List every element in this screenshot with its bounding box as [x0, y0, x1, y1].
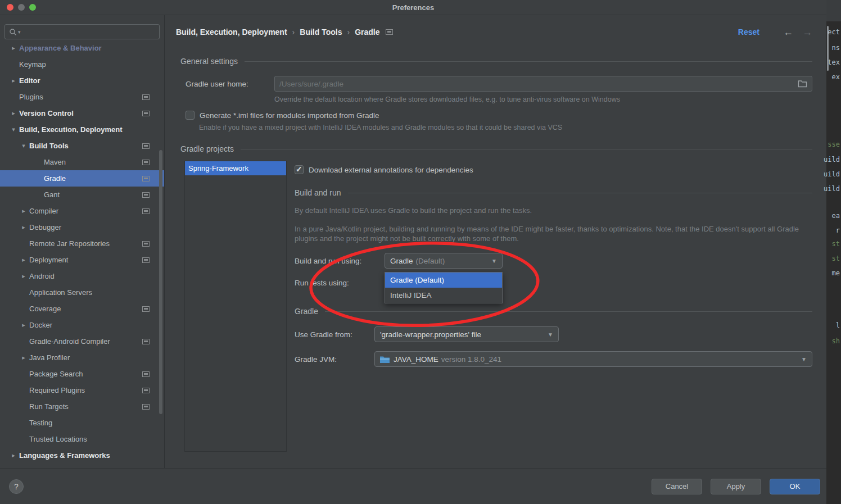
- breadcrumb-separator-icon: ›: [292, 28, 295, 37]
- sidebar-item-appearance-behavior[interactable]: ▸Appearance & Behavior: [0, 40, 164, 56]
- per-project-settings-icon: [142, 388, 150, 393]
- background-text-fragment: tex: [828, 58, 840, 66]
- gradle-projects-section-header: Gradle projects: [180, 144, 812, 154]
- forward-arrow-icon[interactable]: →: [802, 27, 812, 37]
- sidebar-item-label: Gradle: [44, 174, 66, 183]
- checkbox-box[interactable]: [295, 165, 304, 174]
- chevron-right-icon[interactable]: ▸: [19, 207, 28, 215]
- per-project-settings-icon: [142, 404, 150, 410]
- sidebar-item-debugger[interactable]: ▸Debugger: [0, 219, 164, 235]
- breadcrumb-item[interactable]: Build, Execution, Deployment: [176, 28, 287, 37]
- search-options-caret-icon[interactable]: ▾: [18, 29, 21, 35]
- chevron-right-icon[interactable]: ▸: [19, 224, 28, 231]
- chevron-down-icon[interactable]: ▼: [543, 332, 553, 338]
- sidebar-item-build-execution-deployment[interactable]: ▾Build, Execution, Deployment: [0, 121, 164, 138]
- chevron-right-icon[interactable]: ▸: [9, 452, 18, 459]
- generate-iml-checkbox[interactable]: Generate *.iml files for modules importe…: [186, 111, 812, 120]
- back-arrow-icon[interactable]: ←: [783, 27, 793, 37]
- sidebar-item-label: Gant: [44, 190, 60, 199]
- build-run-dropdown-popup: Gradle (Default)IntelliJ IDEA: [385, 272, 503, 303]
- build-and-run-section-header: Build and run: [295, 188, 812, 198]
- background-text-fragment: l: [836, 321, 840, 329]
- chevron-down-icon[interactable]: ▾: [19, 142, 28, 149]
- sidebar-item-build-tools[interactable]: ▾Build Tools: [0, 138, 164, 154]
- download-annotations-checkbox[interactable]: Download external annotations for depend…: [295, 165, 812, 174]
- combo-value-suffix: (Default): [416, 257, 445, 265]
- chevron-right-icon[interactable]: ▸: [19, 354, 28, 361]
- sidebar-item-label: Build, Execution, Deployment: [19, 125, 122, 134]
- chevron-right-icon[interactable]: ▸: [9, 44, 18, 52]
- zoom-window-button[interactable]: [29, 4, 36, 11]
- settings-search-field[interactable]: ▾: [4, 24, 160, 39]
- sidebar-item-deployment[interactable]: ▸Deployment: [0, 252, 164, 268]
- search-icon: [9, 28, 17, 36]
- browse-folder-icon[interactable]: [798, 80, 807, 88]
- sidebar-item-gradle[interactable]: Gradle: [0, 170, 164, 187]
- gradle-user-home-input[interactable]: /Users/sure/.gradle: [274, 76, 812, 92]
- sidebar-item-maven[interactable]: Maven: [0, 154, 164, 170]
- close-window-button[interactable]: [7, 4, 13, 11]
- breadcrumb-item[interactable]: Build Tools: [300, 28, 342, 37]
- sidebar-item-languages-frameworks[interactable]: ▸Languages & Frameworks: [0, 447, 164, 464]
- chevron-down-icon[interactable]: ▾: [9, 126, 18, 133]
- sidebar-item-label: Version Control: [19, 109, 74, 117]
- sidebar-item-testing[interactable]: Testing: [0, 415, 164, 431]
- chevron-right-icon[interactable]: ▸: [9, 77, 18, 84]
- help-button[interactable]: ?: [9, 479, 24, 494]
- sidebar-item-label: Appearance & Behavior: [19, 44, 102, 52]
- settings-content: Build, Execution, Deployment › Build Too…: [165, 15, 826, 468]
- sidebar-item-compiler[interactable]: ▸Compiler: [0, 203, 164, 219]
- cancel-button[interactable]: Cancel: [652, 479, 702, 494]
- sidebar-item-keymap[interactable]: Keymap: [0, 56, 164, 72]
- checkbox-box[interactable]: [186, 111, 195, 120]
- dropdown-option[interactable]: IntelliJ IDEA: [385, 288, 502, 303]
- chevron-right-icon[interactable]: ▸: [19, 273, 28, 280]
- sidebar-item-label: Trusted Locations: [29, 435, 87, 443]
- sidebar-item-plugins[interactable]: Plugins: [0, 89, 164, 105]
- sidebar-item-editor[interactable]: ▸Editor: [0, 72, 164, 89]
- per-project-settings-icon: [142, 143, 150, 149]
- sidebar-item-label: Run Targets: [29, 402, 69, 411]
- chevron-down-icon[interactable]: ▼: [797, 356, 807, 362]
- sidebar-item-application-servers[interactable]: Application Servers: [0, 284, 164, 301]
- chevron-right-icon[interactable]: ▸: [19, 321, 28, 329]
- build-run-using-select[interactable]: Gradle(Default) ▼ Gradle (Default)Intell…: [385, 253, 503, 269]
- sidebar-item-gant[interactable]: Gant: [0, 187, 164, 203]
- gradle-project-item[interactable]: Spring-Framework: [185, 161, 286, 175]
- sidebar-item-label: Gradle-Android Compiler: [29, 337, 110, 346]
- sidebar-scrollbar[interactable]: [159, 150, 162, 414]
- sidebar-item-gradle-android-compiler[interactable]: Gradle-Android Compiler: [0, 333, 164, 349]
- settings-sidebar: ▾ ▸Appearance & BehaviorKeymap▸EditorPlu…: [0, 15, 165, 468]
- per-project-settings-icon: [142, 241, 150, 247]
- background-text-fragment: st: [832, 255, 840, 262]
- sidebar-item-trusted-locations[interactable]: Trusted Locations: [0, 431, 164, 447]
- section-title: Gradle projects: [180, 144, 234, 153]
- download-annotations-label: Download external annotations for depend…: [309, 166, 473, 174]
- dropdown-option[interactable]: Gradle (Default): [385, 273, 502, 288]
- use-gradle-from-select[interactable]: 'gradle-wrapper.properties' file ▼: [374, 326, 559, 342]
- sidebar-item-coverage[interactable]: Coverage: [0, 301, 164, 317]
- sidebar-item-android[interactable]: ▸Android: [0, 268, 164, 284]
- minimize-window-button[interactable]: [18, 4, 25, 11]
- reset-link[interactable]: Reset: [738, 28, 759, 37]
- sidebar-item-run-targets[interactable]: Run Targets: [0, 398, 164, 415]
- chevron-right-icon[interactable]: ▸: [19, 256, 28, 264]
- sidebar-item-required-plugins[interactable]: Required Plugins: [0, 382, 164, 398]
- gradle-user-home-row: Gradle user home: /Users/sure/.gradle: [186, 76, 812, 92]
- apply-button[interactable]: Apply: [711, 479, 761, 494]
- run-tests-using-label: Run tests using:: [295, 279, 385, 287]
- sidebar-item-java-profiler[interactable]: ▸Java Profiler: [0, 349, 164, 366]
- sidebar-item-version-control[interactable]: ▸Version Control: [0, 105, 164, 121]
- chevron-down-icon[interactable]: ▼: [487, 258, 497, 264]
- sidebar-item-docker[interactable]: ▸Docker: [0, 317, 164, 333]
- sidebar-item-package-search[interactable]: Package Search: [0, 366, 164, 382]
- section-title: Gradle: [295, 307, 318, 316]
- sidebar-item-label: Docker: [29, 321, 52, 329]
- section-rule: [348, 193, 812, 193]
- per-project-settings-icon: [142, 371, 150, 377]
- gradle-jvm-select[interactable]: JAVA_HOMEversion 1.8.0_241 ▼: [374, 351, 812, 367]
- sidebar-item-remote-jar-repositories[interactable]: Remote Jar Repositories: [0, 235, 164, 252]
- chevron-right-icon[interactable]: ▸: [9, 110, 18, 117]
- sidebar-item-label: Remote Jar Repositories: [29, 239, 110, 248]
- ok-button[interactable]: OK: [770, 479, 820, 494]
